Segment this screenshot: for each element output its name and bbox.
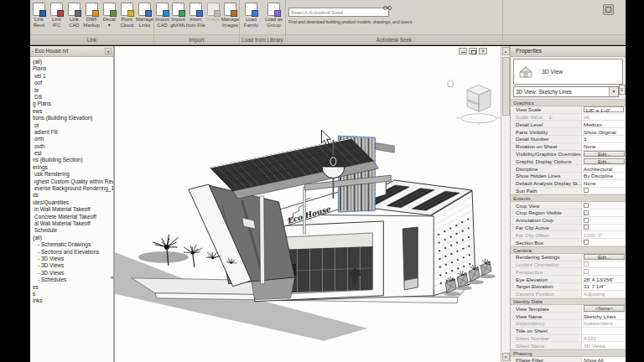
browser-item[interactable]: ds	[30, 192, 113, 199]
checkbox[interactable]	[584, 188, 589, 193]
property-value[interactable]: 1/8" = 1'-0"	[581, 106, 626, 113]
property-value[interactable]: 3D Views	[581, 342, 626, 349]
3d-view-canvas[interactable]: Eco House	[115, 46, 501, 362]
section-header-graphics[interactable]: Graphics	[511, 99, 626, 106]
browser-item[interactable]: Plans	[30, 65, 113, 72]
property-value[interactable]	[581, 239, 626, 246]
restore-icon[interactable]	[469, 48, 477, 54]
tool-manage-images[interactable]: ManageImages	[221, 2, 239, 34]
browser-item[interactable]: Concrete Material Takeoff	[30, 214, 113, 220]
checkbox[interactable]	[584, 240, 589, 245]
browser-item[interactable]: g Plans	[30, 101, 113, 107]
browser-item[interactable]: outh	[30, 143, 113, 150]
infocenter-icon[interactable]	[603, 4, 614, 15]
browser-item[interactable]: oof	[30, 80, 113, 86]
browser-item[interactable]: ns (Building Section)	[30, 157, 113, 163]
property-value[interactable]: 1000' 0"	[581, 231, 626, 238]
browser-item[interactable]: ot	[30, 122, 113, 129]
property-value[interactable]	[581, 188, 626, 194]
close-icon[interactable]	[479, 48, 487, 54]
section-header-camera[interactable]: Camera	[511, 246, 626, 254]
browser-item[interactable]: - 3D Views	[30, 270, 113, 277]
property-value[interactable]: 96	[581, 114, 626, 121]
browser-item[interactable]: everse Background Rendering_1	[30, 185, 113, 192]
browser-item[interactable]: inks	[30, 297, 113, 304]
browser-item[interactable]: - 3D Views	[30, 262, 113, 269]
browser-item[interactable]: orth	[30, 136, 113, 142]
section-header-identity-data[interactable]: Identity Data	[511, 298, 626, 306]
property-value[interactable]	[581, 217, 626, 224]
tool-insert-from-file[interactable]: Insertfrom File	[186, 2, 205, 34]
browser-item[interactable]: ighest Custom Quality within Revit	[30, 178, 113, 185]
property-value[interactable]: Edit...	[581, 151, 626, 158]
close-icon[interactable]: ✕	[105, 48, 112, 54]
browser-item[interactable]: vel 1	[30, 73, 113, 80]
browser-item[interactable]: adient Fill	[30, 129, 113, 136]
section-header-extents[interactable]: Extents	[511, 194, 626, 202]
browser-item[interactable]: s	[30, 291, 113, 297]
browser-item[interactable]: (all)	[30, 59, 113, 65]
property-value[interactable]: None	[581, 143, 626, 150]
tool-load-family[interactable]: LoadFamily	[240, 2, 262, 34]
browser-item[interactable]: - Sections and Elevations	[30, 249, 113, 256]
tool-manage-links[interactable]: ManageLinks	[136, 2, 153, 34]
viewcube-home-icon[interactable]	[447, 80, 454, 86]
property-value[interactable]: 3	[581, 136, 626, 142]
property-value[interactable]: 31' 7 1/4"	[581, 283, 626, 290]
type-dropdown[interactable]: 3D View: Sketchy Lines ▼	[513, 86, 619, 97]
browser-item[interactable]: - 3D Views	[30, 256, 113, 262]
viewport-scrollbar[interactable]: ▲ ▼	[501, 46, 510, 362]
checkbox[interactable]	[584, 269, 589, 274]
property-value[interactable]: <None>	[581, 305, 626, 312]
property-value[interactable]	[581, 202, 626, 209]
property-value[interactable]: Edit...	[581, 158, 626, 164]
browser-item[interactable]: te	[30, 87, 113, 94]
browser-item[interactable]: DS	[30, 94, 113, 101]
viewcube[interactable]: RIGHT	[447, 80, 501, 125]
property-value[interactable]: A103	[581, 335, 626, 342]
none-button[interactable]: <None>	[584, 305, 625, 312]
minimize-icon[interactable]	[459, 48, 467, 54]
property-value[interactable]	[581, 225, 626, 231]
browser-item[interactable]: erings	[30, 164, 113, 171]
property-value[interactable]	[581, 268, 626, 275]
checkbox[interactable]	[584, 218, 589, 223]
property-value[interactable]: Independent	[581, 320, 626, 327]
browser-item[interactable]: ews	[30, 108, 113, 115]
3d-viewport[interactable]: Eco House	[115, 46, 501, 362]
tool-link-cad[interactable]: LinkCAD	[65, 2, 83, 34]
property-value[interactable]	[581, 209, 626, 216]
properties-header[interactable]: Properties	[511, 46, 626, 57]
property-value[interactable]: Edit...	[581, 254, 626, 261]
scroll-up-icon[interactable]: ▲	[502, 47, 510, 55]
browser-item[interactable]: est	[30, 150, 113, 157]
chevron-down-icon[interactable]: ▼	[609, 87, 618, 96]
property-value[interactable]: Show Original	[581, 128, 626, 135]
browser-item[interactable]: ules/Quantities	[30, 199, 113, 206]
checkbox[interactable]	[584, 261, 589, 266]
autodesk-seek-search-input[interactable]	[288, 8, 389, 17]
splitter-arrow-icon[interactable]: ◄	[109, 275, 114, 280]
browser-item[interactable]: Schedule	[30, 227, 113, 234]
browser-item[interactable]: usk Rendering	[30, 171, 113, 178]
checkbox[interactable]	[584, 210, 589, 215]
checkbox[interactable]	[584, 225, 589, 230]
browser-item[interactable]: tions (Building Elevation)	[30, 115, 113, 122]
tool-dwf-markup[interactable]: DWFMarkup	[83, 2, 101, 34]
tool-load-as-group[interactable]: Load asGroup	[262, 2, 285, 34]
property-value[interactable]: Adjusting	[581, 291, 626, 297]
tool-link-revit[interactable]: LinkRevit	[30, 2, 48, 34]
browser-item[interactable]: al Wall Material Takeoff	[30, 220, 113, 227]
section-header-phasing[interactable]: Phasing	[511, 349, 626, 357]
browser-item[interactable]: - Schedules	[30, 277, 113, 283]
tool-point-cloud[interactable]: PointCloud	[118, 2, 136, 34]
value-combo[interactable]: 1/8" = 1'-0"	[584, 106, 624, 113]
tool-decal[interactable]: Decal▾	[101, 2, 118, 34]
property-value[interactable]: 28' 4 13/256"	[581, 276, 626, 282]
property-value[interactable]: None	[581, 180, 626, 187]
browser-item[interactable]: - Schematic Drawings	[30, 241, 113, 248]
tool-image[interactable]: Image	[205, 2, 221, 34]
edit-button[interactable]: Edit...	[584, 158, 625, 165]
binoculars-icon[interactable]	[383, 6, 391, 10]
property-value[interactable]: Medium	[581, 121, 626, 127]
